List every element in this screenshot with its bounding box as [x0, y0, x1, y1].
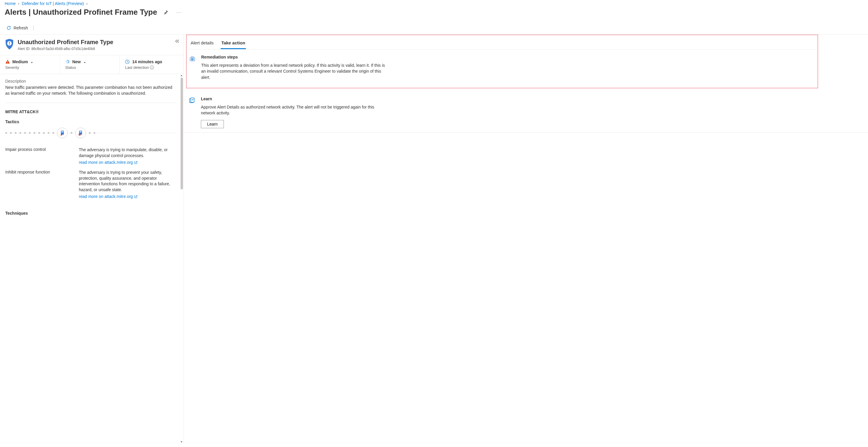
svg-rect-4 [7, 63, 8, 63]
shield-icon [5, 39, 14, 50]
pin-button[interactable] [162, 8, 170, 17]
left-scroll-area[interactable]: Description New traffic parameters were … [0, 74, 184, 444]
status-value: New [72, 59, 81, 64]
tactics-heading: Tactics [5, 119, 177, 124]
external-link-icon [134, 161, 138, 164]
breadcrumb-home[interactable]: Home [5, 1, 16, 6]
ellipsis-icon: ··· [177, 10, 182, 14]
alert-title: Unauthorized Profinet Frame Type [18, 39, 113, 45]
description-heading: Description [5, 79, 177, 84]
svg-rect-2 [9, 44, 10, 45]
alert-id: Alert ID: 86cfbccf-5a3d-4549-afbc-07d3c1… [18, 47, 113, 51]
tactic-node-inhibit[interactable] [75, 128, 86, 138]
metrics-row: Medium ⌄ Severity New ⌄ Status 14 minute… [0, 55, 184, 74]
breadcrumb-parent[interactable]: Defender for IoT | Alerts (Preview) [22, 1, 84, 6]
remediation-heading: Remediation steps [201, 55, 390, 59]
chevron-down-icon: ⌄ [30, 60, 33, 64]
tactic-name: Inhibit response function [5, 170, 73, 200]
pin-icon [163, 10, 168, 15]
svg-line-12 [66, 62, 67, 63]
severity-label: Severity [5, 65, 54, 70]
tactic-desc: The adversary is trying to prevent your … [79, 170, 170, 192]
svg-line-10 [68, 62, 69, 63]
svg-rect-1 [9, 42, 10, 43]
svg-rect-17 [80, 131, 82, 132]
learn-heading: Learn [201, 96, 389, 101]
page-title: Alerts | Unauthorized Profinet Frame Typ… [5, 8, 157, 17]
refresh-button[interactable]: Refresh [5, 24, 30, 31]
tactic-desc: The adversary is trying to manipulate, d… [79, 147, 168, 158]
tabs: Alert details Take action [186, 35, 818, 49]
svg-line-11 [68, 61, 69, 61]
highlight-annotation: Alert details Take action Remediation st… [186, 35, 818, 88]
svg-line-9 [66, 61, 67, 61]
refresh-icon [6, 26, 11, 30]
toolbar: Refresh [0, 22, 868, 35]
warning-icon [5, 59, 10, 64]
tactic-row: Impair process control The adversary is … [5, 147, 177, 166]
severity-dropdown[interactable]: Medium ⌄ [5, 59, 54, 64]
tab-take-action[interactable]: Take action [221, 38, 246, 49]
divider [5, 103, 177, 103]
status-label: Status [65, 65, 115, 70]
page-header: Alerts | Unauthorized Profinet Frame Typ… [0, 7, 868, 22]
device-warning-icon [59, 130, 65, 136]
status-dropdown[interactable]: New ⌄ [65, 59, 115, 64]
tactic-row: Inhibit response function The adversary … [5, 170, 177, 200]
device-blocked-icon [78, 130, 84, 136]
scroll-thumb[interactable] [181, 77, 183, 189]
breadcrumb: Home › Defender for IoT | Alerts (Previe… [0, 0, 868, 7]
tab-alert-details[interactable]: Alert details [190, 38, 214, 49]
learn-icon [189, 97, 195, 104]
scrollbar[interactable] [180, 74, 183, 444]
severity-value: Medium [12, 59, 28, 64]
techniques-heading: Techniques [5, 211, 177, 216]
more-button[interactable]: ··· [175, 8, 183, 16]
medkit-icon [189, 56, 195, 62]
info-icon[interactable]: i [150, 66, 154, 69]
learn-button[interactable]: Learn [201, 120, 224, 128]
detection-label: Last detection [125, 65, 149, 70]
collapse-button[interactable] [175, 39, 179, 44]
clock-icon [125, 59, 130, 64]
mitre-link[interactable]: read more on attack.mitre.org [79, 194, 138, 200]
mitre-link[interactable]: read more on attack.mitre.org [79, 160, 138, 166]
svg-rect-3 [7, 61, 8, 62]
tactic-name: Impair process control [5, 147, 73, 166]
tactics-timeline [5, 128, 177, 138]
chevron-double-left-icon [175, 39, 179, 43]
breadcrumb-sep-icon: › [18, 1, 20, 6]
left-pane: Unauthorized Profinet Frame Type Alert I… [0, 35, 184, 444]
sparkle-icon [65, 59, 70, 64]
learn-text: Approve Alert Details as authorized netw… [201, 104, 389, 116]
detection-value: 14 minutes ago [132, 59, 162, 64]
svg-rect-15 [61, 131, 64, 132]
scroll-down-icon [180, 441, 183, 444]
learn-section: Learn Approve Alert Details as authorize… [184, 91, 868, 130]
remediation-text: This alert represents a deviation from a… [201, 62, 390, 80]
description-text: New traffic parameters were detected. Th… [5, 85, 177, 96]
mitre-heading: MITRE ATT&CK® [5, 109, 177, 114]
toolbar-divider [33, 25, 34, 31]
tactic-node-impair[interactable] [57, 128, 68, 138]
right-pane: Alert details Take action Remediation st… [184, 35, 868, 444]
scroll-up-icon [180, 74, 183, 77]
chevron-down-icon: ⌄ [83, 60, 86, 64]
remediation-section: Remediation steps This alert represents … [186, 50, 818, 82]
alert-header: Unauthorized Profinet Frame Type Alert I… [0, 35, 184, 55]
breadcrumb-sep-icon: › [86, 1, 88, 6]
external-link-icon [134, 195, 138, 198]
refresh-label: Refresh [13, 26, 28, 30]
